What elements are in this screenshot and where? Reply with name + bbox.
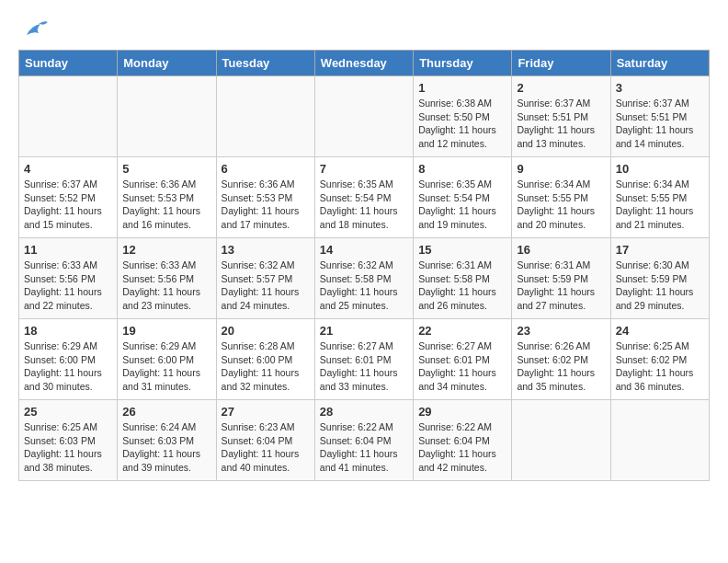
cell-info: Sunrise: 6:29 AM Sunset: 6:00 PM Dayligh… bbox=[122, 339, 210, 394]
calendar-cell: 7Sunrise: 6:35 AM Sunset: 5:54 PM Daylig… bbox=[314, 157, 413, 238]
day-number: 17 bbox=[616, 243, 704, 257]
day-number: 15 bbox=[418, 243, 506, 257]
cell-info: Sunrise: 6:22 AM Sunset: 6:04 PM Dayligh… bbox=[418, 420, 506, 475]
cell-info: Sunrise: 6:33 AM Sunset: 5:56 PM Dayligh… bbox=[122, 259, 210, 313]
day-number: 9 bbox=[517, 162, 605, 176]
cell-info: Sunrise: 6:27 AM Sunset: 6:01 PM Dayligh… bbox=[418, 339, 506, 394]
day-number: 23 bbox=[517, 324, 605, 338]
day-header: Thursday bbox=[414, 51, 512, 76]
calendar-cell: 9Sunrise: 6:34 AM Sunset: 5:55 PM Daylig… bbox=[512, 157, 610, 238]
day-number: 28 bbox=[320, 405, 408, 419]
calendar-week-row: 25Sunrise: 6:25 AM Sunset: 6:03 PM Dayli… bbox=[19, 400, 710, 481]
calendar-cell: 18Sunrise: 6:29 AM Sunset: 6:00 PM Dayli… bbox=[19, 319, 118, 400]
day-header: Sunday bbox=[19, 51, 118, 76]
calendar-cell: 1Sunrise: 6:38 AM Sunset: 5:50 PM Daylig… bbox=[414, 76, 512, 157]
cell-info: Sunrise: 6:24 AM Sunset: 6:03 PM Dayligh… bbox=[122, 420, 210, 475]
day-number: 6 bbox=[222, 162, 310, 176]
cell-info: Sunrise: 6:25 AM Sunset: 6:02 PM Dayligh… bbox=[616, 339, 704, 394]
cell-info: Sunrise: 6:34 AM Sunset: 5:55 PM Dayligh… bbox=[517, 178, 605, 232]
day-header: Tuesday bbox=[216, 51, 314, 76]
calendar-cell: 10Sunrise: 6:34 AM Sunset: 5:55 PM Dayli… bbox=[610, 157, 709, 238]
cell-info: Sunrise: 6:36 AM Sunset: 5:53 PM Dayligh… bbox=[222, 178, 310, 232]
cell-info: Sunrise: 6:38 AM Sunset: 5:50 PM Dayligh… bbox=[418, 97, 506, 151]
calendar-cell: 13Sunrise: 6:32 AM Sunset: 5:57 PM Dayli… bbox=[216, 238, 314, 319]
calendar-cell: 2Sunrise: 6:37 AM Sunset: 5:51 PM Daylig… bbox=[512, 76, 610, 157]
calendar-cell: 24Sunrise: 6:25 AM Sunset: 6:02 PM Dayli… bbox=[610, 319, 709, 400]
day-header: Friday bbox=[512, 51, 610, 76]
calendar-cell: 17Sunrise: 6:30 AM Sunset: 5:59 PM Dayli… bbox=[610, 238, 709, 319]
calendar-cell: 23Sunrise: 6:26 AM Sunset: 6:02 PM Dayli… bbox=[512, 319, 610, 400]
day-number: 11 bbox=[24, 243, 112, 257]
cell-info: Sunrise: 6:32 AM Sunset: 5:58 PM Dayligh… bbox=[320, 259, 408, 313]
calendar-cell bbox=[610, 400, 709, 481]
calendar-cell: 16Sunrise: 6:31 AM Sunset: 5:59 PM Dayli… bbox=[512, 238, 610, 319]
cell-info: Sunrise: 6:25 AM Sunset: 6:03 PM Dayligh… bbox=[24, 420, 112, 475]
day-number: 25 bbox=[24, 405, 112, 419]
calendar-cell: 26Sunrise: 6:24 AM Sunset: 6:03 PM Dayli… bbox=[118, 400, 216, 481]
calendar-cell: 28Sunrise: 6:22 AM Sunset: 6:04 PM Dayli… bbox=[314, 400, 413, 481]
day-number: 14 bbox=[320, 243, 408, 257]
calendar-cell: 20Sunrise: 6:28 AM Sunset: 6:00 PM Dayli… bbox=[216, 319, 314, 400]
calendar-table: SundayMondayTuesdayWednesdayThursdayFrid… bbox=[18, 50, 710, 481]
day-header: Saturday bbox=[610, 51, 709, 76]
calendar-week-row: 4Sunrise: 6:37 AM Sunset: 5:52 PM Daylig… bbox=[19, 157, 710, 238]
calendar-cell bbox=[19, 76, 118, 157]
day-header: Monday bbox=[118, 51, 216, 76]
calendar-cell: 4Sunrise: 6:37 AM Sunset: 5:52 PM Daylig… bbox=[19, 157, 118, 238]
cell-info: Sunrise: 6:30 AM Sunset: 5:59 PM Dayligh… bbox=[616, 259, 704, 313]
cell-info: Sunrise: 6:37 AM Sunset: 5:51 PM Dayligh… bbox=[616, 97, 704, 151]
day-number: 19 bbox=[122, 324, 210, 338]
day-number: 16 bbox=[517, 243, 605, 257]
day-number: 2 bbox=[517, 81, 605, 95]
day-number: 26 bbox=[122, 405, 210, 419]
day-number: 8 bbox=[418, 162, 506, 176]
day-number: 5 bbox=[122, 162, 210, 176]
cell-info: Sunrise: 6:23 AM Sunset: 6:04 PM Dayligh… bbox=[222, 420, 310, 475]
calendar-cell bbox=[314, 76, 413, 157]
cell-info: Sunrise: 6:26 AM Sunset: 6:02 PM Dayligh… bbox=[517, 339, 605, 394]
cell-info: Sunrise: 6:34 AM Sunset: 5:55 PM Dayligh… bbox=[616, 178, 704, 232]
day-number: 20 bbox=[222, 324, 310, 338]
day-number: 21 bbox=[320, 324, 408, 338]
cell-info: Sunrise: 6:37 AM Sunset: 5:51 PM Dayligh… bbox=[517, 97, 605, 151]
cell-info: Sunrise: 6:35 AM Sunset: 5:54 PM Dayligh… bbox=[418, 178, 506, 232]
day-number: 18 bbox=[24, 324, 112, 338]
calendar-week-row: 1Sunrise: 6:38 AM Sunset: 5:50 PM Daylig… bbox=[19, 76, 710, 157]
calendar-cell: 6Sunrise: 6:36 AM Sunset: 5:53 PM Daylig… bbox=[216, 157, 314, 238]
calendar-cell: 3Sunrise: 6:37 AM Sunset: 5:51 PM Daylig… bbox=[610, 76, 709, 157]
day-number: 1 bbox=[418, 81, 506, 95]
calendar-cell: 5Sunrise: 6:36 AM Sunset: 5:53 PM Daylig… bbox=[118, 157, 216, 238]
logo bbox=[18, 18, 50, 40]
header bbox=[18, 18, 710, 40]
cell-info: Sunrise: 6:35 AM Sunset: 5:54 PM Dayligh… bbox=[320, 178, 408, 232]
calendar-cell: 22Sunrise: 6:27 AM Sunset: 6:01 PM Dayli… bbox=[414, 319, 512, 400]
cell-info: Sunrise: 6:22 AM Sunset: 6:04 PM Dayligh… bbox=[320, 420, 408, 475]
calendar-cell: 27Sunrise: 6:23 AM Sunset: 6:04 PM Dayli… bbox=[216, 400, 314, 481]
calendar-cell bbox=[512, 400, 610, 481]
day-number: 13 bbox=[222, 243, 310, 257]
calendar-cell: 12Sunrise: 6:33 AM Sunset: 5:56 PM Dayli… bbox=[118, 238, 216, 319]
cell-info: Sunrise: 6:31 AM Sunset: 5:58 PM Dayligh… bbox=[418, 259, 506, 313]
logo-bird-icon bbox=[22, 18, 50, 40]
day-number: 29 bbox=[418, 405, 506, 419]
day-number: 7 bbox=[320, 162, 408, 176]
cell-info: Sunrise: 6:32 AM Sunset: 5:57 PM Dayligh… bbox=[222, 259, 310, 313]
day-number: 4 bbox=[24, 162, 112, 176]
day-number: 22 bbox=[418, 324, 506, 338]
calendar-week-row: 18Sunrise: 6:29 AM Sunset: 6:00 PM Dayli… bbox=[19, 319, 710, 400]
cell-info: Sunrise: 6:33 AM Sunset: 5:56 PM Dayligh… bbox=[24, 259, 112, 313]
calendar-week-row: 11Sunrise: 6:33 AM Sunset: 5:56 PM Dayli… bbox=[19, 238, 710, 319]
calendar-cell bbox=[118, 76, 216, 157]
cell-info: Sunrise: 6:37 AM Sunset: 5:52 PM Dayligh… bbox=[24, 178, 112, 232]
calendar-cell bbox=[216, 76, 314, 157]
day-number: 24 bbox=[616, 324, 704, 338]
day-number: 12 bbox=[122, 243, 210, 257]
calendar-cell: 25Sunrise: 6:25 AM Sunset: 6:03 PM Dayli… bbox=[19, 400, 118, 481]
cell-info: Sunrise: 6:28 AM Sunset: 6:00 PM Dayligh… bbox=[222, 339, 310, 394]
calendar-cell: 29Sunrise: 6:22 AM Sunset: 6:04 PM Dayli… bbox=[414, 400, 512, 481]
cell-info: Sunrise: 6:27 AM Sunset: 6:01 PM Dayligh… bbox=[320, 339, 408, 394]
day-number: 3 bbox=[616, 81, 704, 95]
day-number: 10 bbox=[616, 162, 704, 176]
calendar-cell: 15Sunrise: 6:31 AM Sunset: 5:58 PM Dayli… bbox=[414, 238, 512, 319]
cell-info: Sunrise: 6:31 AM Sunset: 5:59 PM Dayligh… bbox=[517, 259, 605, 313]
